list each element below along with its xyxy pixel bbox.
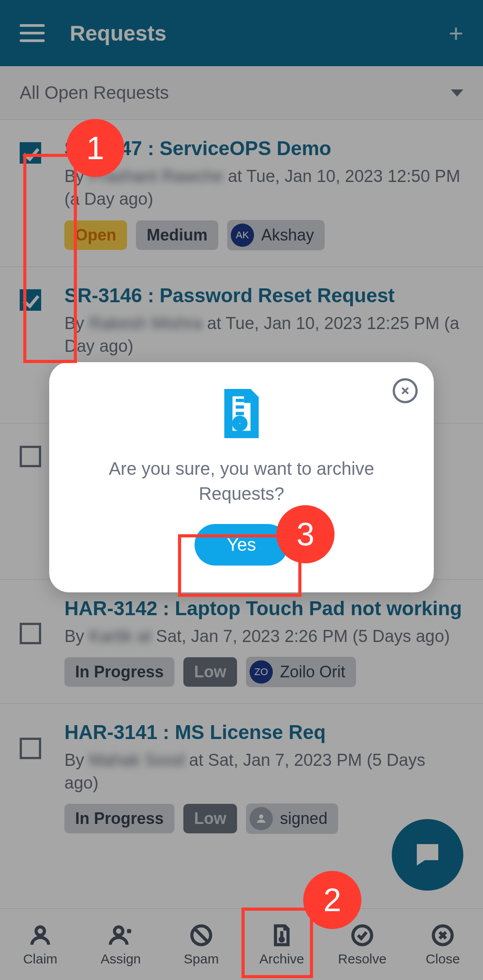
annotation-box-1 xyxy=(23,154,77,363)
annotation-callout-2: 2 xyxy=(303,871,361,929)
modal-message: Are you sure, you want to archive Reques… xyxy=(67,456,416,506)
svg-point-7 xyxy=(236,420,243,427)
annotation-box-2 xyxy=(242,908,313,978)
app-root: Requests + All Open Requests SR-3147 : S… xyxy=(0,0,483,980)
close-icon xyxy=(398,384,412,398)
annotation-callout-1: 1 xyxy=(66,119,124,177)
annotation-callout-3: 3 xyxy=(276,505,335,563)
modal-close-button[interactable] xyxy=(393,378,418,403)
archive-file-icon xyxy=(221,389,262,438)
